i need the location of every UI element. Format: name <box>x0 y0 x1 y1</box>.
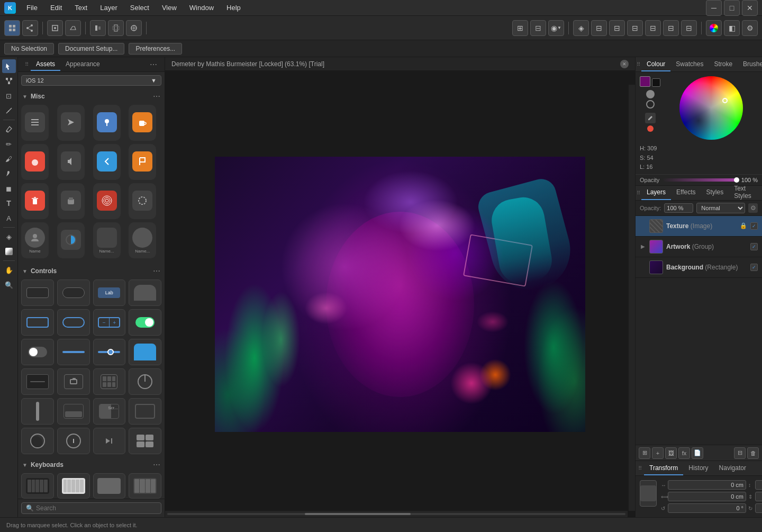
tab-styles[interactable]: Styles <box>701 186 729 200</box>
ctrl-badge[interactable] <box>57 279 90 306</box>
ctrl-toggle2[interactable] <box>21 339 54 365</box>
tf-x-input[interactable] <box>668 480 746 490</box>
asset-flag[interactable] <box>129 144 156 180</box>
ios-selector[interactable]: iOS 12 ▼ <box>21 75 161 86</box>
ctrl-grid[interactable] <box>129 428 161 454</box>
persona-btn[interactable]: ◧ <box>724 20 740 36</box>
ctrl-timer[interactable] <box>57 428 90 454</box>
grid-btn[interactable]: ⊞ <box>512 20 528 36</box>
eyedropper-btn[interactable] <box>645 113 656 123</box>
asset-list[interactable] <box>21 105 49 141</box>
canvas-container[interactable] <box>165 71 635 517</box>
ctrl-textbox[interactable] <box>21 368 54 395</box>
misc-section-header[interactable]: ▼ Misc ⋯ <box>21 90 161 103</box>
ctrl-textfield[interactable] <box>21 279 54 306</box>
layers-delete-btn[interactable]: 🗑 <box>747 447 759 459</box>
asset-fingerprint[interactable] <box>93 183 121 219</box>
ui-btn4[interactable]: ⊟ <box>645 20 661 36</box>
canvas-scrollbar-h[interactable] <box>165 511 628 517</box>
no-selection-btn[interactable]: No Selection <box>4 43 54 55</box>
ui-btn3[interactable]: ⊟ <box>627 20 643 36</box>
scrollbar-thumb-h[interactable] <box>305 513 411 515</box>
search-wrapper[interactable]: 🔍 <box>21 502 161 514</box>
layer-expand-artwork[interactable]: ▶ <box>640 244 646 250</box>
keyboards-section-header[interactable]: ▼ Keyboards ⋯ <box>21 458 161 471</box>
app-switcher[interactable] <box>4 20 20 36</box>
menu-view[interactable]: View <box>157 3 182 13</box>
pen-tool[interactable] <box>2 122 16 136</box>
menu-text[interactable]: Text <box>69 3 93 13</box>
misc-more[interactable]: ⋯ <box>153 92 160 101</box>
ctrl-slider1[interactable] <box>57 339 90 365</box>
tf-y-input[interactable] <box>755 480 762 490</box>
controls-section-header[interactable]: ▼ Controls ⋯ <box>21 265 161 277</box>
ctrl-power[interactable] <box>129 368 161 395</box>
select-tool[interactable] <box>2 59 16 73</box>
preferences-btn[interactable]: Preferences... <box>129 43 182 55</box>
tab-appearance[interactable]: Appearance <box>60 58 105 71</box>
fill-mini[interactable] <box>646 90 655 98</box>
window-close[interactable]: ✕ <box>742 0 758 16</box>
ctrl-stepper[interactable]: − + <box>93 309 126 336</box>
menu-layer[interactable]: Layer <box>95 3 123 13</box>
crop-tool[interactable]: ⊡ <box>2 89 16 103</box>
menu-window[interactable]: Window <box>184 3 219 13</box>
layer-check-bg[interactable]: ✓ <box>750 264 758 271</box>
menu-file[interactable]: File <box>21 3 43 13</box>
layers-group-btn[interactable]: ⊞ <box>639 447 650 459</box>
window-maximize[interactable]: □ <box>724 0 740 16</box>
blend-mode-select[interactable]: Normal Multiply Screen <box>696 203 745 213</box>
hand-tool[interactable]: ✋ <box>2 263 16 277</box>
tab-brushes[interactable]: Brushes <box>738 57 762 71</box>
ctrl-slider3[interactable] <box>57 398 90 425</box>
view-options[interactable]: ◉▼ <box>548 20 564 36</box>
document-setup-btn[interactable]: Document Setup... <box>58 43 124 55</box>
layers-add-btn[interactable]: + <box>652 447 664 459</box>
view-quality[interactable]: ◈ <box>573 20 589 36</box>
kb-dark[interactable] <box>21 473 54 499</box>
tab-effects[interactable]: Effects <box>671 186 701 200</box>
asset-box[interactable] <box>57 183 85 219</box>
asset-apple[interactable]: Name... <box>93 222 121 258</box>
opacity-slider[interactable] <box>663 178 738 182</box>
kb-medium[interactable] <box>93 473 126 499</box>
pencil-tool[interactable]: ✏ <box>2 137 16 151</box>
transform-panel-handle[interactable]: ⠿ <box>636 461 644 475</box>
search-input[interactable] <box>36 504 157 512</box>
asset-sound[interactable] <box>57 144 85 180</box>
brush-tool[interactable]: 🖌 <box>2 152 16 166</box>
keyboards-more[interactable]: ⋯ <box>153 461 160 469</box>
tf-h-input[interactable] <box>755 492 762 501</box>
ctrl-stick[interactable] <box>21 398 54 425</box>
controls-more[interactable]: ⋯ <box>153 267 160 275</box>
tab-transform[interactable]: Transform <box>644 461 683 475</box>
layer-background[interactable]: Background (Rectangle) ✓ <box>636 257 762 278</box>
ctrl-slider2[interactable] <box>93 339 126 365</box>
ctrl-shape[interactable] <box>129 279 161 306</box>
zoom-tool[interactable]: 🔍 <box>2 278 16 292</box>
ctrl-volume[interactable]: Scr... <box>93 398 126 425</box>
layers-file-btn[interactable]: 📄 <box>692 447 703 459</box>
tf-rot2-input[interactable] <box>755 503 762 513</box>
asset-circle[interactable] <box>57 222 85 258</box>
tf-rot1-input[interactable] <box>668 503 746 513</box>
layer-check-texture[interactable]: ✓ <box>750 222 758 230</box>
asset-food[interactable] <box>21 144 49 180</box>
asset-nav[interactable] <box>57 105 85 141</box>
panel-options[interactable]: ⋯ <box>147 60 160 69</box>
transform-btn[interactable] <box>47 20 63 36</box>
asset-loading[interactable] <box>129 183 156 219</box>
asset-user1[interactable]: Name <box>21 222 49 258</box>
menu-select[interactable]: Select <box>125 3 155 13</box>
canvas-scrollbar-v[interactable] <box>629 85 635 511</box>
tab-layers[interactable]: Layers <box>641 186 671 200</box>
align-left[interactable] <box>90 20 106 36</box>
share-btn[interactable] <box>22 20 38 36</box>
tab-history[interactable]: History <box>683 461 713 475</box>
settings-btn[interactable]: ⚙ <box>742 20 758 36</box>
tab-stock[interactable]: Stock <box>757 186 762 200</box>
ctrl-camera[interactable] <box>57 368 90 395</box>
erase-btn[interactable] <box>65 20 81 36</box>
tab-text-styles[interactable]: Text Styles <box>729 186 757 200</box>
window-minimize[interactable]: ─ <box>706 0 722 16</box>
